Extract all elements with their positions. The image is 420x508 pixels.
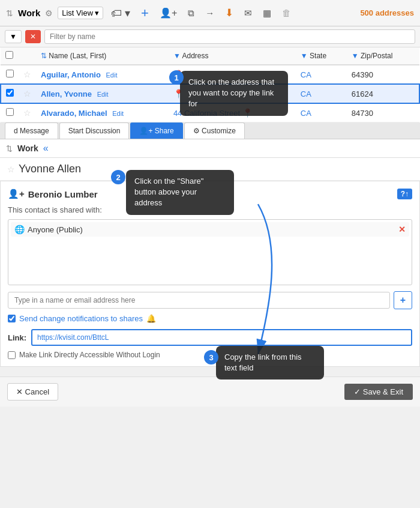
detail-panel: ⇅ Work «	[0, 139, 420, 158]
state-header: ▼ State	[296, 47, 347, 65]
filter-clear-button[interactable]: ✕	[25, 30, 41, 43]
add-email-button[interactable]: +	[394, 291, 412, 309]
add-button[interactable]: +	[138, 4, 152, 23]
back-button[interactable]: «	[43, 143, 49, 154]
add-person-button[interactable]: 👤+	[157, 5, 180, 20]
step-1-circle: 1	[169, 70, 184, 85]
card-view-button[interactable]: ▦	[260, 6, 274, 20]
notification-label: Send change notifications to shares	[19, 314, 143, 323]
row-name-link[interactable]: Allen, Yvonne	[41, 89, 92, 98]
toolbar-title: Work	[18, 8, 40, 18]
email-input[interactable]	[8, 292, 390, 309]
sort-name-icon: ⇅	[41, 52, 49, 60]
download-button[interactable]: ⬇	[222, 5, 236, 21]
row-star[interactable]: ☆	[23, 89, 31, 98]
tab-share[interactable]: 👤+ Share	[130, 122, 182, 139]
save-exit-button[interactable]: ✓ Save & Exit	[344, 384, 413, 400]
forward-button[interactable]: →	[202, 6, 217, 20]
step-2-circle: 2	[111, 170, 125, 184]
row-zip-cell: 64390	[347, 65, 419, 84]
filter-state-icon: ▼	[301, 52, 310, 60]
zip-column-label: Zip/Postal	[361, 52, 392, 60]
email-button[interactable]: ✉	[241, 6, 255, 20]
step-3-tooltip: Copy the link from this text field	[216, 346, 324, 379]
globe-icon: 🌐	[14, 225, 25, 234]
tag-button[interactable]: 🏷 ▾	[108, 5, 133, 22]
row-zip-cell: 84730	[347, 103, 419, 122]
main-wrapper: ⇅ Work ⚙ List View ▾ 🏷 ▾ + 👤+ ⧉ → ⬇ ✉ ▦ …	[0, 0, 420, 407]
row-state-cell: CA	[296, 65, 347, 84]
toolbar: ⇅ Work ⚙ List View ▾ 🏷 ▾ + 👤+ ⧉ → ⬇ ✉ ▦ …	[0, 0, 420, 26]
link-input[interactable]	[31, 329, 412, 346]
row-name-cell: Allen, Yvonne Edit	[36, 84, 169, 103]
row-name-link[interactable]: Alvarado, Michael	[41, 109, 107, 118]
address-column-label: Address	[182, 52, 208, 60]
share-title: 👤+ Beronio Lumber	[8, 189, 98, 199]
gear-icon[interactable]: ⚙	[45, 8, 53, 18]
tabs-row: d Message Start Discussion 👤+ Share ⚙ Cu…	[0, 122, 420, 139]
filter-zip-icon: ▼	[352, 52, 361, 60]
person-plus-icon: 👤+	[8, 189, 25, 199]
address-count: 500 addresses	[360, 8, 414, 17]
shared-list: 🌐 Anyone (Public) ✕	[8, 219, 412, 285]
row-name-link[interactable]: Aguilar, Antonio	[41, 70, 101, 79]
tab-discussion[interactable]: Start Discussion	[59, 122, 130, 139]
filter-row: ▼ ✕	[0, 26, 420, 47]
shared-item-label: Anyone (Public)	[28, 225, 83, 234]
cancel-button[interactable]: ✕ Cancel	[7, 383, 58, 401]
help-icon[interactable]: ?↑	[397, 189, 412, 199]
make-link-checkbox[interactable]	[8, 351, 16, 359]
state-column-label: State	[310, 52, 326, 60]
row-edit-link[interactable]: Edit	[97, 91, 109, 98]
zip-header: ▼ Zip/Postal	[347, 47, 419, 65]
remove-shared-button[interactable]: ✕	[398, 225, 406, 234]
step-1-tooltip: Click on the address that you want to co…	[180, 71, 288, 116]
row-state-cell: CA	[296, 103, 347, 122]
copy-button[interactable]: ⧉	[185, 6, 197, 20]
notification-checkbox[interactable]	[8, 315, 16, 322]
step-3-circle: 3	[204, 350, 218, 364]
name-header: ⇅ Name (Last, First)	[36, 47, 169, 65]
sort-icon: ⇅	[6, 8, 13, 18]
filter-funnel-button[interactable]: ▼	[5, 30, 22, 43]
row-checkbox[interactable]	[6, 108, 14, 116]
row-checkbox-cell	[1, 65, 19, 84]
detail-title: Work	[17, 144, 38, 153]
share-title-text: Beronio Lumber	[28, 189, 98, 199]
select-all-checkbox[interactable]	[5, 51, 13, 59]
row-letter-cell: ☆	[19, 84, 36, 103]
footer-row: ✕ Cancel ✓ Save & Exit	[0, 376, 420, 407]
filter-input[interactable]	[44, 29, 415, 44]
filter-addr-icon: ▼	[173, 52, 182, 60]
email-row: +	[8, 291, 412, 309]
tab-message[interactable]: d Message	[5, 122, 58, 139]
toolbar-title-text: Work	[18, 8, 40, 18]
row-star[interactable]: ☆	[23, 70, 31, 79]
name-column-label: Name (Last, First)	[49, 52, 106, 60]
row-name-cell: Alvarado, Michael Edit	[36, 103, 169, 122]
step-2-tooltip: Click on the "Share" button above your a…	[126, 170, 234, 215]
row-edit-link[interactable]: Edit	[106, 71, 118, 79]
row-zip-cell: 61624	[347, 84, 419, 103]
make-link-label: Make Link Directly Accessible Without Lo…	[19, 351, 160, 359]
row-checkbox-cell	[1, 84, 19, 103]
address-header: ▼ Address	[169, 47, 296, 65]
row-checkbox-cell	[1, 103, 19, 122]
row-letter-cell: ☆	[19, 65, 36, 84]
checkbox-header	[1, 47, 19, 65]
tab-customize[interactable]: ⚙ Customize	[184, 122, 245, 139]
delete-button[interactable]: 🗑	[279, 6, 294, 20]
sort-icon-detail: ⇅	[6, 144, 13, 153]
link-row: Link:	[8, 329, 412, 346]
row-checkbox[interactable]	[6, 70, 14, 77]
view-label: List View	[62, 8, 93, 17]
contact-star[interactable]: ☆	[7, 165, 15, 174]
row-star[interactable]: ☆	[23, 108, 31, 118]
chevron-down-icon: ▾	[95, 8, 99, 17]
notification-icon: 🔔	[146, 314, 156, 323]
row-name-cell: Aguilar, Antonio Edit	[36, 65, 169, 84]
shared-item-text: 🌐 Anyone (Public)	[14, 225, 83, 234]
row-checkbox[interactable]	[6, 89, 14, 97]
row-edit-link[interactable]: Edit	[112, 110, 124, 117]
view-selector[interactable]: List View ▾	[58, 7, 103, 19]
